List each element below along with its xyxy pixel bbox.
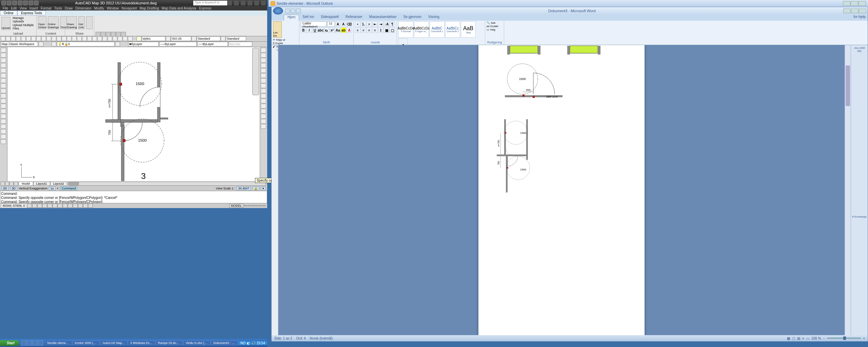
- indent-inc-icon[interactable]: ⇥: [378, 21, 383, 27]
- table-icon[interactable]: [1, 134, 6, 139]
- redo-icon[interactable]: [57, 36, 61, 41]
- view-outline-icon[interactable]: ≡: [802, 336, 804, 340]
- status-icon[interactable]: [259, 205, 262, 206]
- undo-icon[interactable]: [291, 8, 295, 13]
- ellipse-icon[interactable]: [1, 94, 6, 98]
- trim-icon[interactable]: [261, 94, 266, 98]
- menu-map-drafting[interactable]: Map Drafting: [140, 6, 159, 10]
- app-menu-icon[interactable]: [1, 1, 6, 5]
- word-titlebar[interactable]: Dokument3 - Microsoft Word: [272, 7, 868, 15]
- menu-express[interactable]: Express: [199, 6, 211, 10]
- star-icon[interactable]: [227, 1, 232, 5]
- dimstyle-icon[interactable]: [166, 36, 171, 41]
- snap-toggle[interactable]: [27, 204, 32, 208]
- join-icon[interactable]: [261, 109, 266, 114]
- font-color-icon[interactable]: A: [347, 27, 352, 33]
- otrack-toggle[interactable]: [58, 204, 62, 208]
- tool-icon[interactable]: [97, 36, 102, 41]
- color-dd[interactable]: ■ ByLayer: [128, 42, 159, 46]
- revcloud-icon[interactable]: [1, 83, 6, 88]
- sc-toggle[interactable]: [88, 204, 93, 208]
- status-icon[interactable]: [262, 205, 266, 206]
- command-window[interactable]: Command: Command: Specify opposite corne…: [0, 191, 267, 203]
- tab-layout1[interactable]: Layout1: [33, 182, 50, 186]
- paste-button[interactable]: Lim inn: [273, 21, 282, 38]
- btn-3d[interactable]: 3D: [10, 186, 18, 190]
- shrink-font-icon[interactable]: A: [341, 21, 346, 27]
- autocad-titlebar[interactable]: AutoCAD Map 3D 2012 UU.Hoveddokument.dwg…: [0, 0, 267, 6]
- undo-icon[interactable]: [23, 1, 28, 5]
- bullets-icon[interactable]: •: [355, 21, 360, 27]
- help-hint[interactable]: for hjelp: [851, 15, 868, 21]
- numbering-icon[interactable]: 1.: [361, 21, 366, 27]
- dc-icon[interactable]: [82, 36, 87, 41]
- word-v-scrollbar[interactable]: [845, 45, 851, 335]
- style-h2[interactable]: AaBbCcOverskrift 2: [445, 21, 460, 38]
- offset-icon[interactable]: [261, 63, 266, 68]
- tool-icon[interactable]: [87, 36, 92, 41]
- help-icon[interactable]: [241, 1, 245, 5]
- print-icon[interactable]: [16, 36, 21, 41]
- ve-value[interactable]: 1x: [49, 186, 56, 190]
- close-icon[interactable]: [859, 1, 866, 6]
- zoom-slider[interactable]: [827, 338, 861, 339]
- borders-icon[interactable]: ▢: [390, 27, 395, 33]
- status-icon[interactable]: [255, 205, 258, 206]
- lock-icon[interactable]: 🔒: [252, 186, 259, 190]
- grid-toggle[interactable]: [32, 204, 37, 208]
- save-icon[interactable]: [18, 1, 22, 5]
- close-icon[interactable]: [859, 8, 866, 13]
- properties-icon[interactable]: [77, 36, 82, 41]
- tool-icon[interactable]: [128, 36, 133, 41]
- chamfer-icon[interactable]: [261, 114, 266, 119]
- tab-sideoppsett[interactable]: Sideoppsett: [317, 15, 342, 21]
- copy-icon[interactable]: [36, 36, 41, 41]
- menu-insert[interactable]: Insert: [29, 6, 38, 10]
- shading-icon[interactable]: ▦: [384, 27, 389, 33]
- highlight-icon[interactable]: ab: [341, 27, 346, 33]
- pan-icon[interactable]: [62, 36, 66, 41]
- textstyle-icon[interactable]: [137, 36, 141, 41]
- upload-multiple[interactable]: Upload Multiple Files: [12, 23, 35, 30]
- online-drawings[interactable]: Online Drawings: [48, 16, 59, 29]
- cut-item[interactable]: ✂ Klipp ut: [273, 38, 293, 41]
- tab-next-icon[interactable]: [9, 182, 14, 186]
- model-space-btn[interactable]: MODEL: [229, 204, 243, 208]
- fillet-icon[interactable]: [261, 119, 266, 124]
- view-full-icon[interactable]: ▢: [792, 336, 795, 340]
- hatch-icon[interactable]: [1, 119, 6, 124]
- text-style-dd[interactable]: style1: [142, 36, 165, 41]
- word-count[interactable]: Ord: 4: [296, 336, 306, 340]
- gradient-icon[interactable]: [1, 124, 6, 129]
- dim-style-dd[interactable]: ISO-25: [171, 36, 191, 41]
- move-icon[interactable]: [261, 73, 266, 78]
- subscript-icon[interactable]: x₂: [324, 27, 329, 33]
- close-icon[interactable]: [261, 1, 266, 5]
- tab-settinn[interactable]: Sett inn: [299, 15, 317, 21]
- task-rampe[interactable]: Rampe 03.doc [...: [156, 341, 183, 345]
- show-marks-icon[interactable]: ¶: [390, 21, 395, 27]
- align-center-icon[interactable]: ≡: [361, 27, 366, 33]
- view-web-icon[interactable]: ▤: [797, 336, 800, 340]
- share-mail-icon[interactable]: [86, 16, 93, 29]
- workspace-dd[interactable]: Map Classic Workspace: [1, 42, 38, 46]
- tab-masseutsendelser[interactable]: Masseutsendelser: [366, 15, 400, 21]
- tool-icon[interactable]: [102, 36, 107, 41]
- lang-indicator[interactable]: NO: [240, 341, 245, 345]
- paste-icon[interactable]: [41, 36, 46, 41]
- get-link[interactable]: Get Link: [78, 16, 85, 29]
- indent-dec-icon[interactable]: ⇤: [372, 21, 378, 27]
- tab-prev-icon[interactable]: [5, 182, 9, 186]
- rotate-icon[interactable]: [261, 78, 266, 83]
- align-right-icon[interactable]: ≡: [367, 27, 372, 33]
- undo-icon[interactable]: [52, 36, 56, 41]
- justify-icon[interactable]: ≡: [372, 27, 378, 33]
- line-icon[interactable]: [1, 48, 6, 53]
- break-icon[interactable]: [261, 104, 266, 108]
- layer-dd[interactable]: 💡❄🔒 0: [57, 42, 115, 46]
- view-draft-icon[interactable]: ▭: [806, 336, 809, 340]
- point-icon[interactable]: [1, 114, 6, 119]
- clock[interactable]: 15:54: [257, 341, 265, 345]
- task-dokument3[interactable]: Dokument3 - Mic...: [211, 341, 238, 345]
- start-button[interactable]: Start: [0, 340, 19, 346]
